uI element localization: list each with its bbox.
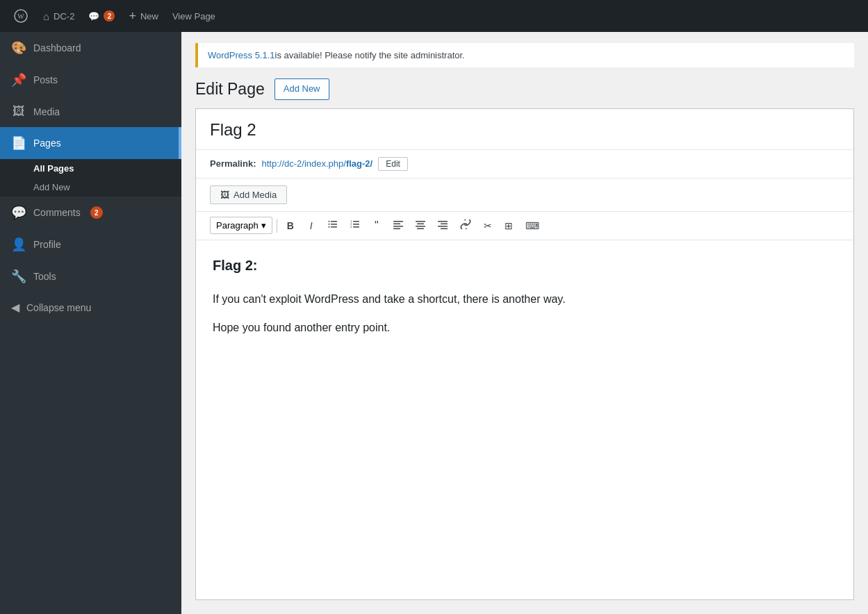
sidebar-item-dashboard[interactable]: 🎨 Dashboard <box>0 32 181 64</box>
format-toolbar: Paragraph ▾ B I 123 " <box>196 212 853 240</box>
sidebar-item-profile[interactable]: 👤 Profile <box>0 229 181 260</box>
plus-icon: + <box>129 9 136 24</box>
svg-rect-19 <box>417 224 424 225</box>
sidebar-item-pages-label: Pages <box>33 138 61 149</box>
permalink-edit-button[interactable]: Edit <box>378 157 408 171</box>
format-select-label: Paragraph <box>216 220 259 231</box>
content-area: WordPress 5.1.1 is available! Please not… <box>181 32 868 614</box>
dashboard-icon: 🎨 <box>11 40 26 56</box>
add-media-button[interactable]: 🖼 Add Media <box>210 185 287 204</box>
comments-badge: 2 <box>104 10 115 22</box>
format-blockquote-button[interactable]: " <box>368 216 386 235</box>
svg-point-5 <box>328 221 329 222</box>
add-media-label: Add Media <box>234 190 277 200</box>
add-media-icon: 🖼 <box>220 190 229 200</box>
format-unlink-button[interactable]: ✂ <box>479 217 497 235</box>
svg-point-6 <box>328 224 329 225</box>
format-select[interactable]: Paragraph ▾ <box>210 217 272 234</box>
svg-text:3: 3 <box>350 225 352 229</box>
format-ul-button[interactable] <box>323 216 343 235</box>
sidebar-item-media-label: Media <box>33 106 60 117</box>
posts-icon: 📌 <box>11 72 26 88</box>
format-italic-button[interactable]: I <box>302 217 320 235</box>
permalink-bold: flag-2/ <box>346 158 372 169</box>
content-paragraph-2: Hope you found another entry point. <box>213 319 837 337</box>
comments-icon: 💬 <box>88 11 99 22</box>
sidebar-collapse[interactable]: ◀ Collapse menu <box>0 292 181 322</box>
editor-wrapper: Permalink: http://dc-2/index.php/flag-2/… <box>195 108 854 600</box>
svg-point-7 <box>328 226 329 228</box>
page-title: Edit Page <box>195 80 265 99</box>
collapse-icon: ◀ <box>11 301 19 314</box>
sidebar-item-dashboard-label: Dashboard <box>33 42 81 53</box>
content-heading: Flag 2: <box>213 254 837 276</box>
svg-rect-25 <box>441 229 448 230</box>
format-align-right-button[interactable] <box>433 216 452 235</box>
permalink-label: Permalink: <box>210 158 256 169</box>
pages-icon: 📄 <box>11 135 26 151</box>
svg-rect-3 <box>331 224 337 225</box>
media-icon: 🖼 <box>11 104 26 119</box>
adminbar-view-page-label: View Page <box>172 11 215 22</box>
update-notice: WordPress 5.1.1 is available! Please not… <box>195 43 854 67</box>
tools-icon: 🔧 <box>11 269 26 284</box>
svg-rect-14 <box>393 221 403 222</box>
notice-text: is available! Please notify the site adm… <box>275 50 465 60</box>
sidebar-item-profile-label: Profile <box>33 239 61 250</box>
editor-content[interactable]: Flag 2: If you can't exploit WordPress a… <box>196 240 853 435</box>
adminbar-new-label: New <box>140 11 158 22</box>
format-keyboard-button[interactable]: ⌨ <box>521 217 544 235</box>
page-title-input[interactable] <box>196 109 853 150</box>
add-new-button[interactable]: Add New <box>275 78 329 100</box>
svg-rect-22 <box>438 221 448 222</box>
home-icon: ⌂ <box>43 10 49 22</box>
format-select-arrow: ▾ <box>261 220 266 231</box>
svg-rect-8 <box>353 221 359 222</box>
svg-rect-23 <box>441 224 448 225</box>
add-media-toolbar: 🖼 Add Media <box>196 179 853 212</box>
sidebar-item-tools-label: Tools <box>33 271 56 282</box>
profile-icon: 👤 <box>11 237 26 252</box>
svg-rect-21 <box>417 229 424 230</box>
format-bold-button[interactable]: B <box>281 217 300 235</box>
svg-rect-9 <box>353 224 359 225</box>
format-fullscreen-button[interactable]: ⊞ <box>500 217 518 235</box>
submenu-all-pages[interactable]: All Pages <box>0 159 181 178</box>
svg-rect-24 <box>438 226 448 227</box>
adminbar-view-page[interactable]: View Page <box>165 0 222 32</box>
adminbar-home[interactable]: ⌂ DC-2 <box>36 0 81 32</box>
wp-update-link[interactable]: WordPress 5.1.1 <box>208 50 275 60</box>
toolbar-separator-1 <box>277 219 277 233</box>
format-link-button[interactable] <box>455 216 476 235</box>
wp-logo[interactable]: W <box>8 0 33 32</box>
sidebar-item-posts-label: Posts <box>33 74 58 85</box>
format-align-left-button[interactable] <box>388 216 408 235</box>
sidebar-collapse-label: Collapse menu <box>26 302 91 313</box>
admin-bar: W ⌂ DC-2 💬 2 + New View Page <box>0 0 868 32</box>
adminbar-comments[interactable]: 💬 2 <box>81 0 122 32</box>
content-paragraph-1: If you can't exploit WordPress and take … <box>213 290 837 308</box>
sidebar-item-tools[interactable]: 🔧 Tools <box>0 260 181 292</box>
sidebar-item-media[interactable]: 🖼 Media <box>0 96 181 127</box>
submenu-add-new[interactable]: Add New <box>0 178 181 197</box>
svg-rect-15 <box>393 224 400 225</box>
svg-rect-20 <box>416 226 425 227</box>
permalink-link[interactable]: http://dc-2/index.php/flag-2/ <box>261 158 372 169</box>
sidebar-item-comments[interactable]: 💬 Comments 2 <box>0 197 181 229</box>
sidebar-item-pages[interactable]: 📄 Pages <box>0 127 181 159</box>
permalink-url-text: http://dc-2/index.php/ <box>261 158 345 169</box>
svg-rect-10 <box>353 226 359 228</box>
sidebar: 🎨 Dashboard 📌 Posts 🖼 Media 📄 Pages All … <box>0 32 181 614</box>
pages-submenu: All Pages Add New <box>0 159 181 197</box>
adminbar-home-label: DC-2 <box>54 11 74 22</box>
svg-rect-16 <box>393 226 403 227</box>
format-ol-button[interactable]: 123 <box>345 216 365 235</box>
format-align-center-button[interactable] <box>411 216 430 235</box>
sidebar-item-comments-label: Comments <box>33 207 81 218</box>
permalink-row: Permalink: http://dc-2/index.php/flag-2/… <box>196 150 853 179</box>
adminbar-new[interactable]: + New <box>122 0 165 32</box>
svg-text:W: W <box>17 13 24 20</box>
svg-rect-4 <box>331 226 337 228</box>
sidebar-item-posts[interactable]: 📌 Posts <box>0 64 181 96</box>
svg-rect-18 <box>416 221 425 222</box>
